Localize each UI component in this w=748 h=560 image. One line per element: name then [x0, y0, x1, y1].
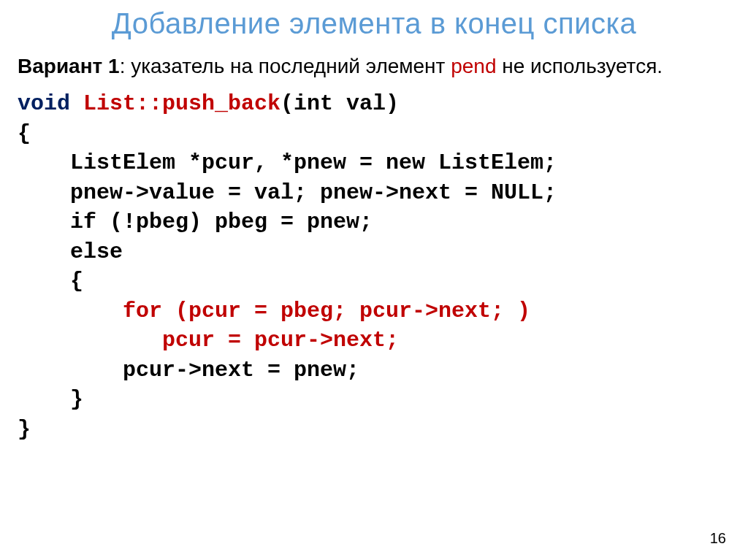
subtitle-after-pend: не используется. — [496, 55, 663, 77]
code-line-3: ListElem *pcur, *pnew = new ListElem; — [18, 150, 557, 175]
code-line-2: { — [18, 121, 31, 146]
code-params: (int val) — [280, 91, 399, 116]
code-line-10: pcur->next = pnew; — [18, 358, 359, 383]
code-line-5: if (!pbeg) pbeg = pnew; — [18, 210, 373, 234]
code-line-8: for (pcur = pbeg; pcur->next; ) — [18, 299, 530, 323]
code-block: void List::push_back(int val) { ListElem… — [18, 89, 730, 444]
slide-title: Добавление элемента в конец списка — [18, 7, 730, 40]
slide: Добавление элемента в конец списка Вариа… — [0, 0, 748, 444]
code-line-12: } — [18, 417, 31, 442]
code-line-4: pnew->value = val; pnew->next = NULL; — [18, 180, 557, 205]
slide-subtitle: Вариант 1: указатель на последний элемен… — [18, 53, 730, 79]
pend-keyword: pend — [451, 55, 496, 77]
code-line-11: } — [18, 387, 83, 412]
code-line-7: { — [18, 269, 83, 294]
page-number: 16 — [710, 530, 726, 547]
code-line-6: else — [18, 239, 123, 264]
subtitle-colon: : — [120, 55, 131, 77]
code-line-9: pcur = pcur->next; — [18, 328, 399, 353]
code-funcname: List::push_back — [83, 91, 280, 116]
code-void: void — [18, 91, 70, 116]
subtitle-before-pend: указатель на последний элемент — [131, 55, 451, 77]
variant-label: Вариант 1 — [18, 55, 120, 77]
code-space — [70, 91, 83, 116]
